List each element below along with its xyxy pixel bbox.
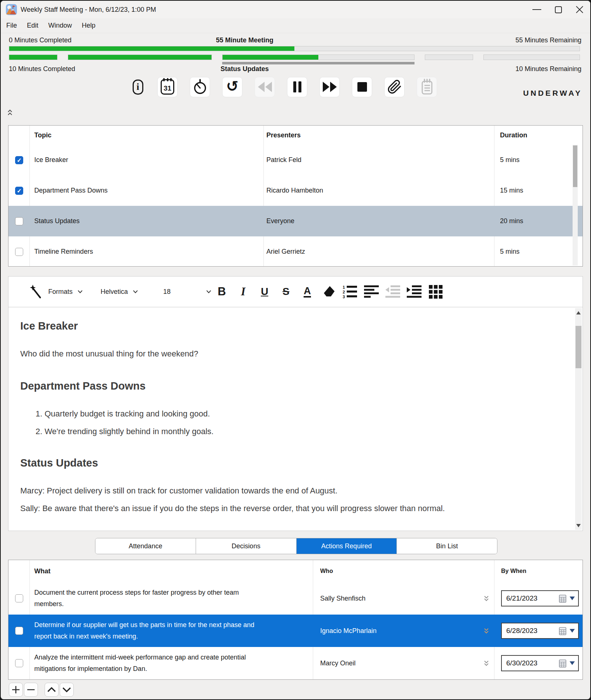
due-date-field[interactable]: 6/21/2023 (501, 590, 579, 606)
agenda-col-presenters: Presenters (263, 131, 494, 139)
font-size-dropdown[interactable]: 18 (163, 288, 211, 296)
action-checkbox[interactable] (15, 659, 23, 667)
paperclip-icon (387, 80, 402, 94)
magic-wand-button[interactable] (24, 284, 48, 299)
insert-table-button[interactable] (425, 285, 446, 299)
due-date-field[interactable]: 6/28/2023 (501, 623, 579, 639)
strikethrough-button[interactable]: S (275, 286, 297, 298)
table-grid-icon (429, 285, 443, 299)
info-button[interactable]: i (130, 77, 145, 97)
numbered-list-button[interactable]: 1 2 3 (339, 285, 361, 299)
menu-help[interactable]: Help (82, 22, 95, 29)
calendar-button[interactable]: 31 (157, 77, 178, 97)
scroll-up-arrow[interactable] (575, 309, 582, 316)
agenda-table: Topic Presenters Duration Ice Breaker Pa… (8, 125, 583, 267)
outdent-button[interactable] (382, 285, 403, 298)
formats-dropdown[interactable]: Formats (48, 288, 101, 296)
progress-segment (9, 54, 57, 60)
move-up-button[interactable] (45, 683, 59, 697)
remove-action-button[interactable] (24, 683, 38, 697)
info-icon: i (133, 80, 143, 95)
restart-button[interactable]: ↺ (222, 77, 242, 97)
combo-chevron-icon[interactable] (484, 628, 489, 634)
menu-file[interactable]: File (6, 22, 17, 29)
editor-scrollbar-thumb[interactable] (576, 326, 581, 368)
clear-formatting-button[interactable] (318, 285, 339, 298)
underline-button[interactable]: U (254, 286, 275, 298)
date-dropdown-arrow[interactable] (570, 629, 575, 633)
combo-chevron-icon[interactable] (484, 660, 489, 666)
indent-button[interactable] (403, 285, 425, 298)
minus-icon (27, 686, 35, 694)
presenter-name: Ariel Gerrietz (263, 248, 494, 256)
agenda-row[interactable]: Status Updates Everyone 20 mins (8, 206, 583, 236)
tab-actions-required[interactable]: Actions Required (296, 538, 397, 554)
indent-icon (407, 285, 422, 298)
topic-checkbox[interactable] (15, 217, 23, 225)
date-dropdown-arrow[interactable] (570, 661, 575, 665)
text-color-button[interactable]: A (297, 286, 318, 298)
align-left-button[interactable] (361, 285, 382, 298)
action-checkbox[interactable] (15, 627, 23, 635)
pause-button[interactable] (287, 77, 307, 97)
fast-forward-button[interactable] (319, 77, 340, 97)
action-checkbox[interactable] (15, 594, 23, 602)
actions-col-what: What (29, 566, 258, 577)
scroll-down-arrow[interactable] (575, 522, 582, 529)
meeting-length-label: 55 Minute Meeting (1, 36, 489, 44)
svg-text:2: 2 (343, 290, 345, 294)
font-family-dropdown[interactable]: Helvetica (101, 288, 163, 296)
fast-forward-icon (322, 81, 338, 92)
minimize-button[interactable] (526, 1, 548, 18)
close-button[interactable] (569, 1, 590, 18)
tab-decisions[interactable]: Decisions (196, 538, 296, 554)
notes-content[interactable]: Ice Breaker Who did the most unusual thi… (8, 308, 574, 531)
outdent-icon (385, 285, 400, 298)
action-what: Determine if our supplier will get us th… (29, 619, 258, 642)
topic-checkbox[interactable] (15, 187, 23, 195)
notes-paragraph: Sally: Be aware that there's an issue if… (20, 502, 549, 515)
attachment-button[interactable] (384, 77, 405, 97)
menu-window[interactable]: Window (48, 22, 72, 29)
maximize-button[interactable] (548, 1, 569, 18)
action-row[interactable]: Document the current process steps for f… (8, 582, 583, 615)
tab-attendance[interactable]: Attendance (95, 538, 196, 554)
due-date-field[interactable]: 6/30/2023 (501, 655, 579, 671)
editor-scrollbar[interactable] (575, 308, 582, 530)
svg-text:1: 1 (343, 285, 345, 289)
collapse-panel-button[interactable] (7, 109, 13, 117)
notepad-icon (420, 78, 434, 96)
eraser-icon (322, 285, 335, 298)
action-row[interactable]: Determine if our supplier will get us th… (8, 615, 583, 647)
progress-segment (68, 54, 212, 60)
notes-button[interactable] (417, 77, 437, 97)
tab-bin-list[interactable]: Bin List (396, 538, 497, 554)
date-dropdown-arrow[interactable] (570, 597, 575, 600)
combo-chevron-icon[interactable] (484, 595, 489, 602)
progress-segment (222, 54, 414, 60)
topic-checkbox[interactable] (15, 156, 23, 164)
actions-header: What Who By When (8, 560, 583, 582)
agenda-row[interactable]: Department Pass Downs Ricardo Hambelton … (8, 175, 583, 206)
action-row[interactable]: Analyze the intermittent mid-week perfor… (8, 647, 583, 679)
italic-button[interactable]: I (232, 285, 254, 298)
magic-wand-icon (29, 284, 43, 299)
topic-name: Timeline Reminders (29, 248, 263, 256)
current-segment-underline (222, 62, 414, 64)
agenda-scrollbar-thumb[interactable] (573, 145, 577, 187)
rewind-button[interactable] (255, 77, 275, 97)
editor-toolbar: Formats Helvetica 18 B I U S A (8, 277, 583, 307)
agenda-row[interactable]: Timeline Reminders Ariel Gerrietz 5 mins (8, 236, 583, 267)
add-action-button[interactable] (9, 683, 23, 697)
move-down-button[interactable] (60, 683, 74, 697)
date-picker-icon (559, 594, 567, 603)
presenter-name: Ricardo Hambelton (263, 187, 494, 194)
bold-button[interactable]: B (211, 285, 232, 298)
agenda-row[interactable]: Ice Breaker Patrick Feld 5 mins (8, 145, 583, 175)
stop-button[interactable] (352, 77, 372, 97)
agenda-scrollbar[interactable] (573, 145, 578, 265)
menubar: File Edit Window Help (1, 18, 590, 33)
menu-edit[interactable]: Edit (27, 22, 38, 29)
timer-button[interactable] (190, 77, 210, 97)
topic-checkbox[interactable] (15, 248, 23, 256)
